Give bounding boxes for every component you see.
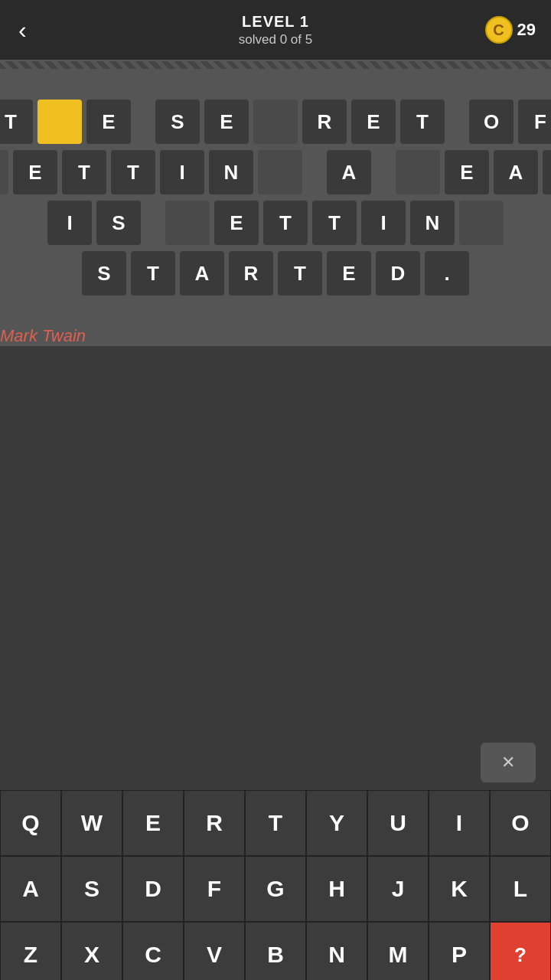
quote-row-1: ETTINAEAD bbox=[0, 150, 551, 194]
letter-tile-1-4: I bbox=[160, 150, 204, 194]
letter-tile-2-2 bbox=[145, 201, 161, 245]
letter-tile-0-9: T bbox=[400, 100, 445, 144]
letter-tile-2-9[interactable] bbox=[459, 201, 504, 245]
letter-tile-2-0: I bbox=[47, 201, 92, 245]
letter-tile-3-6: D bbox=[376, 251, 420, 296]
letter-tile-0-0: T bbox=[0, 100, 33, 144]
header-center: LEVEL 1 solved 0 of 5 bbox=[239, 13, 312, 47]
letter-tile-3-1: T bbox=[131, 251, 175, 296]
letter-tile-2-8: N bbox=[410, 201, 455, 245]
key-g[interactable]: G bbox=[245, 856, 306, 922]
letter-tile-1-6[interactable] bbox=[258, 150, 302, 194]
key-t[interactable]: T bbox=[245, 790, 306, 856]
key-i[interactable]: I bbox=[429, 790, 490, 856]
back-button[interactable]: ‹ bbox=[18, 16, 27, 44]
letter-tile-0-8: E bbox=[351, 100, 396, 144]
letter-tile-2-1: S bbox=[96, 201, 141, 245]
key-s[interactable]: S bbox=[61, 856, 122, 922]
puzzle-tiles: TESERETOFETTINAEADISETTINSTARTED. bbox=[0, 69, 551, 318]
key-c[interactable]: C bbox=[122, 922, 184, 980]
letter-tile-0-3 bbox=[135, 100, 151, 144]
letter-tile-1-8: A bbox=[327, 150, 371, 194]
key-v[interactable]: V bbox=[184, 922, 245, 980]
letter-tile-0-10 bbox=[449, 100, 465, 144]
level-label: LEVEL 1 bbox=[239, 13, 312, 31]
key-q[interactable]: Q bbox=[0, 790, 61, 856]
key-u[interactable]: U bbox=[367, 790, 429, 856]
key-p[interactable]: P bbox=[429, 922, 490, 980]
letter-tile-0-5: E bbox=[204, 100, 249, 144]
letter-tile-3-4: T bbox=[278, 251, 322, 296]
quote-row-0: TESERETOF bbox=[0, 100, 551, 144]
coin-count: 29 bbox=[517, 20, 536, 40]
key-a[interactable]: A bbox=[0, 856, 61, 922]
key-y[interactable]: Y bbox=[306, 790, 367, 856]
key-z[interactable]: Z bbox=[0, 922, 61, 980]
coin-icon: C bbox=[485, 16, 513, 44]
letter-tile-2-5: T bbox=[263, 201, 308, 245]
solved-label: solved 0 of 5 bbox=[239, 32, 312, 47]
letter-tile-2-4: E bbox=[214, 201, 259, 245]
letter-tile-0-6[interactable] bbox=[253, 100, 298, 144]
letter-tile-0-12: F bbox=[518, 100, 551, 144]
keyboard-row-2: ZXCVBNMP? bbox=[0, 922, 551, 980]
key-h[interactable]: H bbox=[306, 856, 367, 922]
letter-tile-3-0: S bbox=[82, 251, 126, 296]
keyboard-row-1: ASDFGHJKL bbox=[0, 856, 551, 922]
letter-tile-3-7: . bbox=[425, 251, 469, 296]
key-m[interactable]: M bbox=[367, 922, 429, 980]
letter-tile-3-3: R bbox=[229, 251, 273, 296]
key-f[interactable]: F bbox=[184, 856, 245, 922]
author-label: Mark Twain bbox=[0, 326, 551, 346]
key-d[interactable]: D bbox=[122, 856, 184, 922]
coin-area: C 29 bbox=[485, 16, 536, 44]
letter-tile-1-10[interactable] bbox=[396, 150, 440, 194]
letter-tile-3-5: E bbox=[327, 251, 371, 296]
letter-tile-1-9 bbox=[376, 150, 391, 194]
key-e[interactable]: E bbox=[122, 790, 184, 856]
letter-tile-1-13: D bbox=[543, 150, 551, 194]
letter-tile-0-2: E bbox=[86, 100, 131, 144]
letter-tile-1-7 bbox=[307, 150, 322, 194]
backspace-button[interactable] bbox=[481, 743, 536, 782]
key-k[interactable]: K bbox=[429, 856, 490, 922]
key-x[interactable]: X bbox=[61, 922, 122, 980]
keyboard-row-0: QWERTYUIO bbox=[0, 790, 551, 856]
key-?[interactable]: ? bbox=[490, 922, 551, 980]
header: ‹ LEVEL 1 solved 0 of 5 C 29 bbox=[0, 0, 551, 61]
game-container: TESERETOFETTINAEADISETTINSTARTED. Mark T… bbox=[0, 69, 551, 980]
letter-tile-1-1: E bbox=[13, 150, 57, 194]
letter-tile-1-5: N bbox=[209, 150, 253, 194]
letter-tile-1-3: T bbox=[111, 150, 155, 194]
quote-row-3: STARTED. bbox=[82, 251, 469, 296]
key-l[interactable]: L bbox=[490, 856, 551, 922]
keyboard-area: QWERTYUIOASDFGHJKLZXCVBNMP? bbox=[0, 790, 551, 980]
letter-tile-3-2: A bbox=[180, 251, 224, 296]
letter-tile-0-7: R bbox=[302, 100, 347, 144]
quote-row-2: ISETTIN bbox=[47, 201, 504, 245]
letter-tile-0-4: S bbox=[155, 100, 200, 144]
keyboard-rows: QWERTYUIOASDFGHJKLZXCVBNMP? bbox=[0, 790, 551, 980]
letter-tile-1-0[interactable] bbox=[0, 150, 8, 194]
key-b[interactable]: B bbox=[245, 922, 306, 980]
letter-tile-0-1[interactable] bbox=[37, 100, 82, 144]
letter-tile-2-3[interactable] bbox=[165, 201, 210, 245]
letter-tile-0-11: O bbox=[469, 100, 514, 144]
key-w[interactable]: W bbox=[61, 790, 122, 856]
letter-tile-2-6: T bbox=[312, 201, 357, 245]
letter-tile-1-2: T bbox=[62, 150, 106, 194]
letter-tile-1-12: A bbox=[494, 150, 538, 194]
key-o[interactable]: O bbox=[490, 790, 551, 856]
puzzle-area: TESERETOFETTINAEADISETTINSTARTED. Mark T… bbox=[0, 69, 551, 790]
letter-tile-2-7: I bbox=[361, 201, 406, 245]
key-r[interactable]: R bbox=[184, 790, 245, 856]
letter-tile-1-11: E bbox=[445, 150, 489, 194]
input-area bbox=[0, 346, 551, 790]
key-n[interactable]: N bbox=[306, 922, 367, 980]
header-strip bbox=[0, 61, 551, 69]
key-j[interactable]: J bbox=[367, 856, 429, 922]
